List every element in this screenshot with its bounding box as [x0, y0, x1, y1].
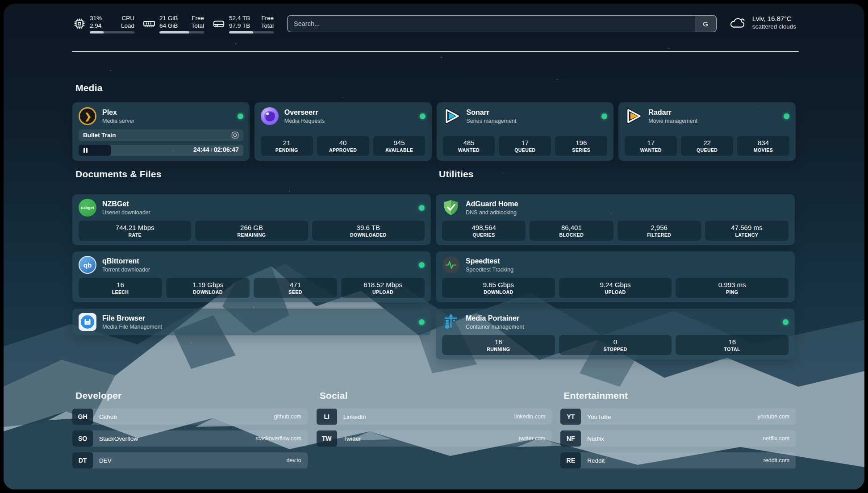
radarr-card[interactable]: Radarr Movie management 17WANTED 22QUEUE…: [618, 102, 796, 161]
cpu-progressbar: [90, 31, 134, 33]
bookmark-abbr: TW: [317, 430, 337, 447]
bookmark-reddit[interactable]: RE Reddit reddit.com: [560, 452, 796, 468]
stat-box: 2,956FILTERED: [618, 221, 701, 241]
bookmark-abbr: GH: [72, 409, 93, 425]
memory-free-label: Free: [192, 14, 204, 22]
stat-box: 471SEED: [254, 278, 337, 298]
sonarr-title: Sonarr: [467, 108, 517, 117]
screenshot-stage: 31%CPU 2.94Load 21 GiBFree 64 GiBTotal: [0, 0, 868, 493]
stat-box: 86,401BLOCKED: [530, 221, 613, 241]
bookmark-url: linkedin.com: [514, 414, 545, 420]
sonarr-card[interactable]: Sonarr Series management 485WANTED 17QUE…: [437, 102, 614, 161]
radarr-icon: [625, 107, 643, 125]
nzbget-card[interactable]: nzbget NZBGet Usenet downloader 744.21 M…: [72, 194, 431, 245]
sonarr-icon: [443, 107, 461, 125]
qbittorrent-title: qBittorrent: [102, 257, 150, 266]
bookmark-url: reddit.com: [764, 457, 789, 464]
portainer-card[interactable]: Media Portainer Container management 16R…: [436, 309, 795, 359]
qbittorrent-icon: qb: [79, 256, 96, 274]
bookmark-abbr: YT: [560, 409, 581, 425]
search-input[interactable]: [288, 16, 695, 32]
bookmark-github[interactable]: GH Github github.com: [72, 409, 308, 425]
bookmark-name: DEV: [99, 457, 112, 464]
portainer-status-dot: [783, 319, 789, 325]
bookmark-url: stackoverflow.com: [256, 435, 301, 442]
bookmark-youtube[interactable]: YT YouTube youtube.com: [560, 409, 796, 425]
cpu-load-value: 2.94: [90, 22, 101, 29]
bookmark-linkedin[interactable]: LI LinkedIn linkedin.com: [317, 409, 552, 425]
weather-widget[interactable]: Lviv, 16.87°C scattered clouds: [728, 14, 796, 31]
search-provider-button[interactable]: G: [695, 16, 716, 32]
speedtest-subtitle: Speedtest Tracking: [466, 266, 513, 273]
topbar: 31%CPU 2.94Load 21 GiBFree 64 GiBTotal: [73, 14, 796, 33]
nzbget-subtitle: Usenet downloader: [102, 209, 150, 216]
portainer-title: Media Portainer: [466, 314, 524, 323]
developer-column: Developer GH Github github.com SO StackO…: [72, 390, 308, 468]
stat-box: 266 GBREMAINING: [195, 221, 308, 241]
cpu-icon: [73, 17, 86, 30]
filebrowser-subtitle: Media File Management: [102, 323, 162, 330]
bookmark-name: YouTube: [587, 414, 611, 420]
section-title-developer: Developer: [75, 390, 308, 401]
stat-box: 196SERIES: [555, 136, 607, 156]
bookmark-twitter[interactable]: TW Twitter twitter.com: [317, 430, 552, 447]
bookmark-name: Reddit: [587, 457, 605, 464]
disk-free-value: 52.4 TB: [229, 14, 250, 22]
disk-icon: [212, 17, 225, 30]
plex-title: Plex: [102, 108, 134, 117]
cpu-label: CPU: [121, 14, 134, 22]
filebrowser-icon: [79, 313, 96, 331]
adguard-icon: [442, 199, 460, 217]
weather-location-temp: Lviv, 16.87°C: [752, 14, 796, 23]
disk-free-label: Free: [261, 14, 274, 22]
bookmark-abbr: RE: [560, 452, 581, 468]
sonarr-subtitle: Series management: [467, 117, 517, 125]
memory-free-value: 21 GiB: [159, 14, 178, 22]
plex-card[interactable]: ❯ Plex Media server Bullet Train 24:44 /…: [72, 102, 250, 161]
overseerr-card[interactable]: Overseerr Media Requests 21PENDING 40APP…: [255, 102, 432, 161]
disk-progressbar: [229, 31, 274, 33]
bookmark-url: netflix.com: [763, 435, 789, 442]
stat-box: 21PENDING: [261, 136, 313, 156]
qbittorrent-subtitle: Torrent downloader: [102, 266, 150, 273]
plex-progressbar: 24:44 / 02:06:47: [79, 145, 243, 156]
portainer-crane-icon: [442, 313, 460, 331]
adguard-card[interactable]: AdGuard Home DNS and adblocking 498,564Q…: [436, 194, 795, 245]
memory-total-label: Total: [191, 22, 204, 29]
stat-box: 945AVAILABLE: [373, 136, 426, 156]
speedtest-card[interactable]: Speedtest Speedtest Tracking 9.65 GbpsDO…: [436, 251, 795, 302]
stat-box: 47.569 msLATENCY: [705, 221, 789, 241]
qbittorrent-card[interactable]: qb qBittorrent Torrent downloader 16LEEC…: [72, 251, 431, 302]
filebrowser-card[interactable]: File Browser Media File Management: [72, 309, 431, 335]
bookmark-name: LinkedIn: [343, 414, 366, 420]
session-view-icon: [231, 131, 239, 139]
stat-box: 618.52 MbpsUPLOAD: [341, 278, 425, 298]
bookmark-abbr: DT: [72, 452, 93, 468]
bookmark-stackoverflow[interactable]: SO StackOverflow stackoverflow.com: [72, 430, 308, 447]
filebrowser-title: File Browser: [102, 314, 162, 323]
stat-box: 17QUEUED: [499, 136, 551, 156]
bookmark-url: dev.to: [287, 457, 301, 464]
entertainment-column: Entertainment YT YouTube youtube.com NF …: [560, 390, 796, 468]
bookmark-abbr: SO: [72, 430, 93, 447]
filebrowser-status-dot: [419, 319, 425, 325]
plex-icon: ❯: [79, 107, 96, 125]
stat-box: 16TOTAL: [676, 335, 789, 355]
stat-box: 0.993 msPING: [676, 278, 789, 298]
plex-status-dot: [238, 113, 243, 119]
utilities-column: Utilities AdGuard Home: [436, 169, 795, 359]
stat-box: 834MOVIES: [737, 136, 789, 156]
stat-box: 16RUNNING: [442, 335, 555, 355]
dashboard-screen: 31%CPU 2.94Load 21 GiBFree 64 GiBTotal: [4, 4, 864, 489]
total-duration: 02:06:47: [214, 146, 239, 153]
cpu-widget: 31%CPU 2.94Load: [73, 14, 136, 33]
pause-icon: [83, 148, 88, 153]
bookmark-dev[interactable]: DT DEV dev.to: [72, 452, 308, 468]
bookmark-netflix[interactable]: NF Netflix netflix.com: [560, 430, 796, 447]
stat-box: 9.24 GbpsUPLOAD: [559, 278, 672, 298]
stat-box: 17WANTED: [625, 136, 677, 156]
stat-box: 498,564QUERIES: [442, 221, 526, 241]
stat-box: 485WANTED: [443, 136, 495, 156]
disk-total-value: 97.9 TB: [229, 22, 250, 29]
radarr-subtitle: Movie management: [648, 117, 697, 125]
